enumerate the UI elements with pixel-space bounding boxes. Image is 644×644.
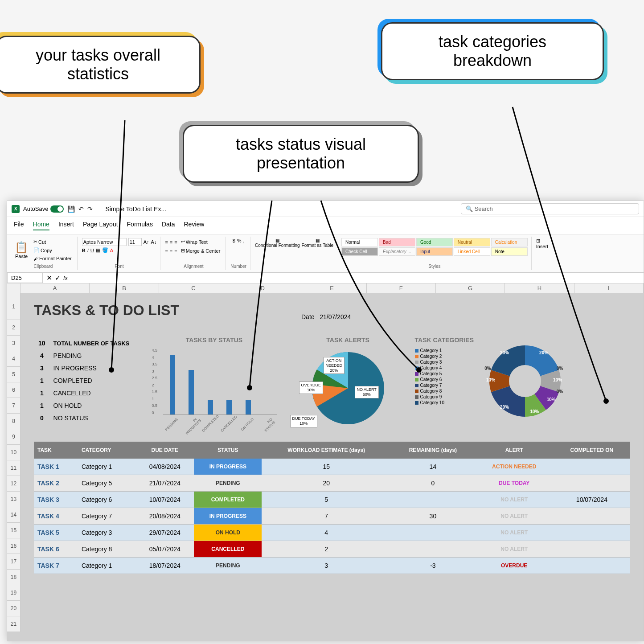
align-mid-icon[interactable]: ≡ bbox=[170, 239, 172, 245]
table-row[interactable]: TASK 5 Category 3 29/07/2024 ON HOLD 4 N… bbox=[34, 525, 630, 541]
row-header[interactable]: 1 bbox=[7, 293, 21, 320]
col-A[interactable]: A bbox=[21, 283, 90, 293]
row-header[interactable]: 2 bbox=[7, 320, 21, 336]
tab-home[interactable]: Home bbox=[33, 221, 49, 230]
style-calculation[interactable]: Calculation bbox=[491, 238, 528, 246]
style-linked-cell[interactable]: Linked Cell bbox=[454, 247, 490, 256]
date-section: Date 21/07/2024 bbox=[301, 313, 351, 320]
filename: Simple ToDo List Ex... bbox=[105, 205, 166, 213]
save-icon[interactable]: 💾 bbox=[67, 205, 75, 213]
tab-file[interactable]: File bbox=[14, 221, 24, 230]
tab-insert[interactable]: Insert bbox=[58, 221, 74, 230]
row-header[interactable]: 21 bbox=[7, 616, 21, 632]
search-input[interactable]: 🔍 Search bbox=[461, 203, 639, 214]
table-row[interactable]: TASK 4 Category 7 20/08/2024 IN PROGRESS… bbox=[34, 508, 630, 525]
underline-button[interactable]: U bbox=[90, 248, 94, 253]
row-header[interactable]: 17 bbox=[7, 554, 21, 570]
autosave-switch-icon[interactable] bbox=[50, 205, 64, 213]
table-row[interactable]: TASK 6 Category 8 05/07/2024 CANCELLED 2… bbox=[34, 541, 630, 558]
col-F[interactable]: F bbox=[367, 283, 436, 293]
tab-page-layout[interactable]: Page Layout bbox=[83, 221, 118, 230]
undo-icon[interactable]: ↶ bbox=[78, 205, 84, 213]
row-header[interactable]: 10 bbox=[7, 445, 21, 460]
table-row[interactable]: TASK 1 Category 1 04/08/2024 IN PROGRESS… bbox=[34, 459, 630, 475]
style-explanatory[interactable]: Explanatory ... bbox=[379, 247, 415, 256]
col-E[interactable]: E bbox=[297, 283, 366, 293]
increase-font-icon[interactable]: A↑ bbox=[144, 239, 149, 245]
align-center-icon[interactable]: ≡ bbox=[170, 248, 172, 254]
row-header[interactable]: 4 bbox=[7, 351, 21, 367]
table-row[interactable]: TASK 7 Category 1 18/07/2024 PENDING 3 -… bbox=[34, 558, 630, 574]
align-left-icon[interactable]: ≡ bbox=[165, 248, 168, 254]
table-header: WORKLOAD ESTIMATE (days) bbox=[262, 442, 391, 459]
legend-item: Category 5 bbox=[415, 371, 474, 376]
font-color-button[interactable]: A bbox=[110, 248, 113, 253]
redo-icon[interactable]: ↷ bbox=[87, 205, 93, 213]
table-row[interactable]: TASK 3 Category 6 10/07/2024 COMPLETED 5… bbox=[34, 492, 630, 508]
col-H[interactable]: H bbox=[505, 283, 574, 293]
italic-button[interactable]: I bbox=[87, 248, 89, 253]
row-header[interactable]: 8 bbox=[7, 414, 21, 429]
col-B[interactable]: B bbox=[90, 283, 159, 293]
format-painter-button[interactable]: 🖌 Format Painter bbox=[32, 255, 74, 262]
wrap-text-button[interactable]: ↩ Wrap Text bbox=[179, 238, 209, 246]
align-right-icon[interactable]: ≡ bbox=[174, 248, 177, 254]
row-header[interactable]: 7 bbox=[7, 398, 21, 414]
col-C[interactable]: C bbox=[159, 283, 228, 293]
col-I[interactable]: I bbox=[574, 283, 644, 293]
format-as-table-button[interactable]: ▦Format as Table bbox=[302, 238, 334, 248]
align-top-icon[interactable]: ≡ bbox=[165, 239, 168, 245]
border-button[interactable]: ▦ bbox=[96, 247, 100, 253]
tab-data[interactable]: Data bbox=[162, 221, 175, 230]
row-header[interactable]: 6 bbox=[7, 382, 21, 398]
paste-button[interactable]: 📋 Paste bbox=[13, 239, 30, 261]
row-header[interactable]: 9 bbox=[7, 429, 21, 445]
merge-center-button[interactable]: ⊞ Merge & Center bbox=[179, 247, 222, 254]
row-header[interactable]: 14 bbox=[7, 507, 21, 523]
percent-icon[interactable]: % bbox=[237, 238, 242, 243]
fx-icon[interactable]: fx bbox=[63, 275, 68, 281]
row-header[interactable]: 3 bbox=[7, 336, 21, 351]
ribbon: 📋 Paste ✂ Cut 📄 Copy 🖌 Format Painter Cl… bbox=[7, 234, 644, 273]
insert-button[interactable]: ⊞Insert bbox=[536, 238, 549, 249]
fx-confirm-icon[interactable]: ✓ bbox=[55, 274, 61, 282]
style-normal[interactable]: Normal bbox=[341, 238, 378, 246]
decrease-font-icon[interactable]: A↓ bbox=[151, 239, 157, 245]
row-header[interactable]: 16 bbox=[7, 538, 21, 554]
fill-color-button[interactable]: 🪣 bbox=[102, 247, 108, 253]
row-header[interactable]: 12 bbox=[7, 476, 21, 492]
bar bbox=[226, 400, 232, 414]
currency-icon[interactable]: $ bbox=[233, 238, 235, 243]
style-note[interactable]: Note bbox=[491, 247, 528, 256]
style-neutral[interactable]: Neutral bbox=[454, 238, 490, 246]
comma-icon[interactable]: , bbox=[243, 238, 245, 243]
cut-button[interactable]: ✂ Cut bbox=[32, 238, 74, 246]
style-good[interactable]: Good bbox=[416, 238, 453, 246]
align-bot-icon[interactable]: ≡ bbox=[174, 239, 177, 245]
col-D[interactable]: D bbox=[228, 283, 297, 293]
autosave-toggle[interactable]: AutoSave bbox=[23, 205, 64, 213]
worksheet[interactable]: 123456789101112131415161718192021 TASKS … bbox=[7, 293, 644, 641]
style-bad[interactable]: Bad bbox=[379, 238, 415, 246]
col-G[interactable]: G bbox=[436, 283, 505, 293]
fx-cancel-icon[interactable]: ✕ bbox=[46, 274, 52, 282]
bold-button[interactable]: B bbox=[82, 248, 86, 253]
tab-formulas[interactable]: Formulas bbox=[127, 221, 153, 230]
table-row[interactable]: TASK 2 Category 5 21/07/2024 PENDING 20 … bbox=[34, 475, 630, 492]
name-box[interactable] bbox=[7, 273, 43, 283]
row-header[interactable]: 11 bbox=[7, 460, 21, 476]
row-header[interactable]: 20 bbox=[7, 601, 21, 616]
row-header[interactable]: 15 bbox=[7, 523, 21, 538]
style-check-cell[interactable]: Check Cell bbox=[341, 247, 378, 256]
row-header[interactable]: 5 bbox=[7, 367, 21, 382]
legend-item: Category 1 bbox=[415, 348, 474, 353]
conditional-formatting-button[interactable]: ▦Conditional Formatting bbox=[255, 238, 300, 248]
row-header[interactable]: 19 bbox=[7, 585, 21, 601]
style-input[interactable]: Input bbox=[416, 247, 453, 256]
font-size-select[interactable] bbox=[128, 238, 142, 246]
copy-button[interactable]: 📄 Copy bbox=[32, 246, 74, 254]
font-name-select[interactable] bbox=[82, 238, 127, 246]
row-header[interactable]: 18 bbox=[7, 570, 21, 585]
row-header[interactable]: 13 bbox=[7, 492, 21, 507]
tab-review[interactable]: Review bbox=[184, 221, 205, 230]
